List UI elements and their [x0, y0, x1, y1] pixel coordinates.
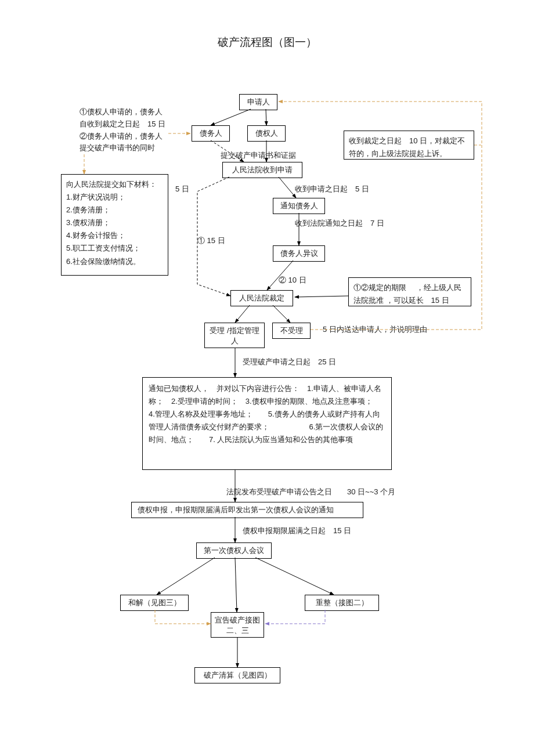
svg-line-4: [279, 177, 296, 198]
node-court-ruling: 人民法院裁定: [230, 290, 293, 306]
node-reject: 不受理: [272, 323, 311, 339]
materials-item: 3.债权清册；: [66, 216, 163, 229]
label-notify-7: 收到法院通知之日起 7 日: [295, 218, 384, 230]
node-court-receive: 人民法院收到申请: [222, 162, 302, 178]
svg-line-8: [235, 305, 250, 323]
svg-line-15: [235, 558, 237, 612]
label-submit: 提交破产申请书和证据: [221, 150, 296, 162]
label-5days-left: 5 日: [175, 183, 189, 196]
svg-line-7: [295, 296, 348, 297]
node-applicant: 申请人: [239, 94, 277, 110]
node-reorganize: 重整（接图二）: [305, 595, 379, 611]
node-first-meeting: 第一次债权人会议: [196, 542, 272, 559]
note-extend: ①②规定的期限 ，经上级人民法院批准 ，可以延长 15 日: [348, 277, 471, 306]
page-title: 破产流程图（图一）: [0, 35, 534, 50]
node-liquidation: 破产清算（见图四）: [194, 667, 280, 683]
materials-title: 向人民法院提交如下材料：: [66, 178, 163, 191]
node-notice-content: 通知已知债权人， 并对以下内容进行公告： 1.申请人、被申请人名称； 2.受理申…: [142, 377, 392, 470]
materials-item: 4.财务会计报告；: [66, 229, 163, 242]
node-debtor-objection: 债务人异议: [273, 245, 325, 262]
node-creditor: 债权人: [247, 125, 286, 142]
label-reject-note: 5 日内送达申请人，并说明理由: [323, 324, 427, 336]
label-filing-15: 债权申报期限届满之日起 15 日: [243, 525, 351, 537]
node-reconcile: 和解（见图三）: [120, 595, 189, 611]
label-publish-period: 法院发布受理破产申请公告之日 30 日~~3 个月: [226, 486, 395, 498]
node-declare: 宣告破产接图二、三: [211, 612, 264, 638]
materials-item: 2.债务清册；: [66, 204, 163, 216]
note-line: ①债权人申请的，债务人: [80, 106, 190, 118]
materials-item: 6.社会保险缴纳情况。: [66, 255, 163, 268]
note-line: ②债务人申请的，债务人: [80, 131, 190, 143]
label-receive-5: 收到申请之日起 5 日: [295, 183, 369, 196]
flowchart-container: 破产流程图（图一） 申请人 债务人 债权人 ①债权人申请的，债务人 自收到裁定之…: [0, 0, 534, 756]
svg-line-0: [211, 109, 251, 125]
note-line: 提交破产申请书的同时: [80, 142, 190, 154]
note-line: 自收到裁定之日起 15 日: [80, 118, 190, 131]
materials-item: 5.职工工资支付情况；: [66, 242, 163, 255]
svg-line-14: [157, 558, 215, 595]
svg-line-16: [255, 558, 334, 595]
materials-item: 1.财产状况说明；: [66, 191, 163, 204]
svg-line-9: [273, 305, 290, 323]
label-25days: 受理破产申请之日起 25 日: [243, 356, 336, 368]
node-notify-debtor: 通知债务人: [273, 198, 325, 214]
label-15days: ① 15 日: [197, 235, 225, 247]
note-materials: 向人民法院提交如下材料： 1.财产状况说明； 2.债务清册； 3.债权清册； 4…: [61, 174, 168, 276]
node-debtor: 债务人: [192, 125, 230, 142]
svg-line-1: [266, 109, 266, 125]
note-appeal: 收到裁定之日起 10 日，对裁定不符的，向上级法院提起上诉。: [344, 131, 474, 160]
label-10days: ② 10 日: [279, 274, 306, 287]
node-claim-filing: 债权申报，申报期限届满后即发出第一次债权人会议的通知: [131, 502, 363, 518]
node-accept: 受理 /指定管理人: [204, 323, 265, 348]
note-top-left: ①债权人申请的，债务人 自收到裁定之日起 15 日 ②债务人申请的，债务人 提交…: [80, 106, 190, 154]
